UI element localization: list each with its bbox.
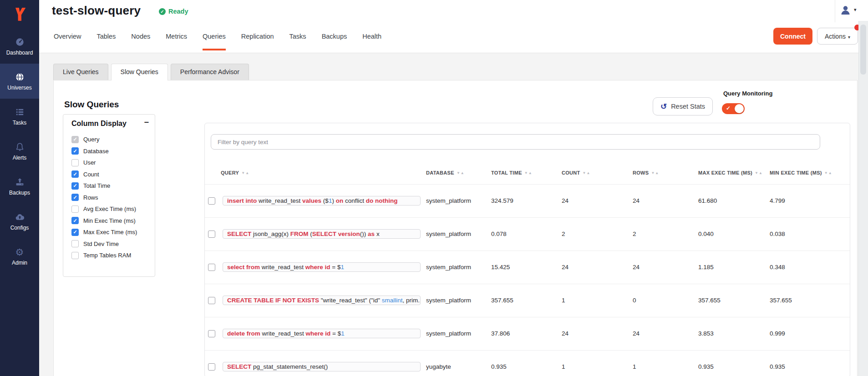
checkbox-std-dev-time[interactable] bbox=[71, 240, 79, 247]
sidebar-item-dashboard[interactable]: Dashboard bbox=[0, 29, 39, 64]
query-text-box[interactable]: SELECT jsonb_agg(x) FROM (SELECT version… bbox=[223, 229, 421, 239]
row-checkbox-cell bbox=[205, 251, 218, 284]
cell-database: system_platform bbox=[425, 184, 490, 217]
sort-arrows-icon[interactable]: ▼▲ bbox=[524, 171, 533, 175]
column-header-rows[interactable]: ROWS▼▲ bbox=[632, 161, 697, 184]
column-option-max-exec-time-ms[interactable]: ✓Max Exec Time (ms) bbox=[63, 226, 155, 238]
subtab-performance-advisor[interactable]: Performance Advisor bbox=[171, 64, 249, 80]
cell-database: system_platform bbox=[425, 317, 490, 350]
query-cell: CREATE TABLE IF NOT EXISTS "write_read_t… bbox=[218, 284, 425, 317]
column-option-min-exec-time-ms[interactable]: ✓Min Exec Time (ms) bbox=[63, 215, 155, 227]
scrollbar-thumb[interactable] bbox=[860, 25, 866, 75]
column-option-user[interactable]: User bbox=[63, 157, 155, 169]
page-scrollbar[interactable] bbox=[858, 21, 868, 376]
query-text-box[interactable]: SELECT pg_stat_statements_reset() bbox=[223, 362, 421, 371]
sort-arrows-icon[interactable]: ▼▲ bbox=[241, 171, 249, 175]
tab-metrics[interactable]: Metrics bbox=[158, 26, 195, 53]
sort-arrows-icon[interactable]: ▼▲ bbox=[755, 171, 763, 175]
sort-arrows-icon[interactable]: ▼▲ bbox=[583, 171, 591, 175]
tab-tasks[interactable]: Tasks bbox=[282, 26, 314, 53]
cell-total_time: 324.579 bbox=[490, 184, 561, 217]
row-checkbox[interactable] bbox=[208, 231, 215, 238]
check-icon: ✓ bbox=[726, 105, 731, 111]
row-checkbox[interactable] bbox=[208, 264, 215, 271]
sidebar-item-admin[interactable]: ⚙Admin bbox=[0, 239, 39, 274]
column-option-count[interactable]: ✓Count bbox=[63, 169, 155, 180]
column-header-min-exec-time-ms[interactable]: MIN EXEC TIME (MS)▼▲ bbox=[769, 161, 850, 184]
sidebar-nav: DashboardUniversesTasksAlertsBackupsConf… bbox=[0, 29, 39, 274]
checkbox-temp-tables-ram[interactable] bbox=[71, 252, 79, 259]
tab-overview[interactable]: Overview bbox=[46, 26, 89, 53]
column-option-database[interactable]: ✓Database bbox=[63, 145, 155, 157]
column-option-label: User bbox=[83, 159, 96, 166]
query-filter-input[interactable] bbox=[211, 134, 820, 150]
cloud-upload-icon bbox=[14, 211, 25, 222]
globe-icon bbox=[14, 71, 25, 82]
cell-min_exec_time_ms: 0.935 bbox=[769, 350, 850, 376]
yugabyte-logo-icon[interactable] bbox=[0, 0, 39, 29]
query-text-box[interactable]: CREATE TABLE IF NOT EXISTS "write_read_t… bbox=[223, 296, 421, 305]
checkbox-min-exec-time-ms[interactable]: ✓ bbox=[71, 217, 79, 224]
column-header-count[interactable]: COUNT▼▲ bbox=[561, 161, 632, 184]
row-checkbox[interactable] bbox=[208, 363, 215, 371]
column-option-rows[interactable]: ✓Rows bbox=[63, 192, 155, 204]
row-checkbox[interactable] bbox=[208, 297, 215, 304]
tab-backups[interactable]: Backups bbox=[314, 26, 355, 53]
tab-queries[interactable]: Queries bbox=[195, 26, 233, 53]
connect-button[interactable]: Connect bbox=[773, 28, 812, 45]
checkbox-avg-exec-time-ms[interactable] bbox=[71, 206, 79, 213]
cell-min_exec_time_ms: 4.799 bbox=[769, 184, 850, 217]
chevron-down-icon: ▾ bbox=[848, 35, 850, 40]
checkbox-total-time[interactable]: ✓ bbox=[71, 182, 79, 190]
column-header-database[interactable]: DATABASE▼▲ bbox=[425, 161, 490, 184]
column-option-std-dev-time[interactable]: Std Dev Time bbox=[63, 238, 155, 250]
cell-rows: 24 bbox=[632, 184, 697, 217]
column-header-max-exec-time-ms[interactable]: MAX EXEC TIME (MS)▼▲ bbox=[697, 161, 769, 184]
actions-button[interactable]: Actions▾ bbox=[817, 28, 858, 45]
column-option-query[interactable]: ✓Query bbox=[63, 134, 155, 145]
column-header-total-time[interactable]: TOTAL TIME▼▲ bbox=[490, 161, 561, 184]
query-text-box[interactable]: select from write_read_test where id = $… bbox=[223, 262, 421, 272]
sidebar-item-configs[interactable]: Configs bbox=[0, 204, 39, 239]
sidebar-item-backups[interactable]: Backups bbox=[0, 169, 39, 204]
column-option-total-time[interactable]: ✓Total Time bbox=[63, 180, 155, 192]
column-option-avg-exec-time-ms[interactable]: Avg Exec Time (ms) bbox=[63, 203, 155, 215]
column-option-temp-tables-ram[interactable]: Temp Tables RAM bbox=[63, 250, 155, 261]
cell-max_exec_time_ms: 61.680 bbox=[697, 184, 769, 217]
checkbox-rows[interactable]: ✓ bbox=[71, 194, 79, 201]
checkbox-max-exec-time-ms[interactable]: ✓ bbox=[71, 229, 79, 236]
tab-tables[interactable]: Tables bbox=[89, 26, 123, 53]
query-text-box[interactable]: insert into write_read_test values ($1) … bbox=[223, 196, 421, 206]
cell-count: 2 bbox=[561, 217, 632, 251]
column-header-label: DATABASE bbox=[426, 170, 454, 175]
row-checkbox[interactable] bbox=[208, 197, 215, 205]
chevron-down-icon[interactable]: ▾ bbox=[854, 7, 857, 13]
row-checkbox[interactable] bbox=[208, 330, 215, 337]
top-bar: test-slow-query ✓ Ready ▾ OverviewTables… bbox=[39, 0, 868, 53]
tab-replication[interactable]: Replication bbox=[233, 26, 282, 53]
column-header-query[interactable]: QUERY▼▲ bbox=[218, 161, 425, 184]
checkbox-count[interactable]: ✓ bbox=[71, 170, 79, 178]
user-avatar-icon[interactable] bbox=[839, 4, 852, 16]
sidebar-item-alerts[interactable]: Alerts bbox=[0, 134, 39, 169]
tab-nodes[interactable]: Nodes bbox=[123, 26, 158, 53]
cell-count: 1 bbox=[561, 284, 632, 317]
checkbox-database[interactable]: ✓ bbox=[71, 147, 79, 155]
checkbox-user[interactable] bbox=[71, 159, 79, 166]
sort-arrows-icon[interactable]: ▼▲ bbox=[824, 171, 832, 175]
query-monitoring-toggle[interactable]: ✓ bbox=[722, 103, 745, 114]
subtab-live-queries[interactable]: Live Queries bbox=[53, 64, 108, 80]
minus-icon[interactable]: − bbox=[144, 118, 149, 127]
reset-stats-button[interactable]: ↺ Reset Stats bbox=[653, 97, 713, 115]
sidebar-item-label: Admin bbox=[12, 260, 27, 266]
sidebar-item-tasks[interactable]: Tasks bbox=[0, 99, 39, 134]
sort-arrows-icon[interactable]: ▼▲ bbox=[651, 171, 659, 175]
row-checkbox-cell bbox=[205, 284, 218, 317]
tab-health[interactable]: Health bbox=[355, 26, 389, 53]
column-option-label: Total Time bbox=[83, 182, 110, 189]
sort-arrows-icon[interactable]: ▼▲ bbox=[457, 171, 465, 175]
query-text-box[interactable]: delete from write_read_test where id = $… bbox=[223, 329, 421, 338]
sidebar-item-universes[interactable]: Universes bbox=[0, 64, 39, 99]
subtab-slow-queries[interactable]: Slow Queries bbox=[111, 64, 168, 80]
cell-database: yugabyte bbox=[425, 350, 490, 376]
